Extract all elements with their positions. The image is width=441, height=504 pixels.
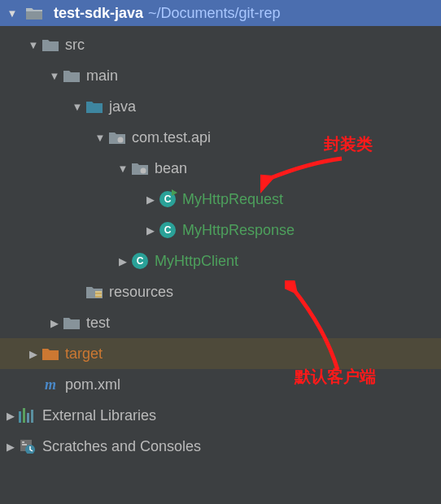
svg-rect-3 (95, 291, 102, 293)
tree-node-class-response[interactable]: C MyHttpResponse (0, 215, 441, 245)
tree-node-src[interactable]: src (0, 29, 441, 60)
node-label: test (86, 315, 110, 332)
svg-point-0 (118, 137, 124, 143)
folder-icon (62, 69, 81, 82)
expand-arrow-icon[interactable] (143, 193, 158, 206)
resources-folder-icon (85, 285, 104, 298)
node-label: MyHttpClient (155, 253, 238, 270)
package-icon (107, 131, 127, 144)
tree-node-package-api[interactable]: com.test.api (0, 122, 441, 153)
expand-arrow-icon[interactable] (26, 348, 41, 360)
tree-node-class-request[interactable]: C MyHttpRequest (0, 184, 441, 215)
tree-node-target[interactable]: target (0, 338, 441, 369)
source-folder-icon (85, 100, 104, 113)
libraries-icon (18, 408, 37, 423)
tree-node-test[interactable]: test (0, 307, 441, 338)
expand-arrow-icon[interactable] (3, 441, 18, 453)
node-label: resources (109, 284, 173, 301)
tree-node-class-client[interactable]: C MyHttpClient (0, 245, 441, 276)
expand-arrow-icon[interactable] (93, 132, 107, 144)
project-tree: src main java com.test.api bean C My (0, 26, 441, 465)
node-label: MyHttpResponse (182, 222, 295, 239)
project-name: test-sdk-java (54, 5, 143, 22)
expand-arrow-icon[interactable] (116, 255, 130, 267)
svg-rect-6 (22, 441, 24, 443)
maven-icon: m (41, 377, 60, 392)
package-icon (130, 162, 150, 175)
svg-rect-4 (95, 294, 102, 296)
excluded-folder-icon (41, 347, 60, 360)
tree-node-main[interactable]: main (0, 60, 441, 91)
class-icon: C (158, 191, 177, 207)
folder-icon (62, 316, 81, 329)
node-label: target (65, 345, 103, 363)
node-label: src (65, 37, 85, 54)
tree-node-java[interactable]: java (0, 91, 441, 122)
tree-node-pom[interactable]: m pom.xml (0, 369, 441, 400)
node-label: main (86, 67, 118, 85)
project-path: ~/Documents/git-rep (148, 5, 281, 22)
project-header[interactable]: test-sdk-java ~/Documents/git-rep (0, 0, 441, 26)
class-icon: C (130, 253, 150, 269)
svg-rect-7 (22, 444, 27, 445)
expand-arrow-icon[interactable] (5, 7, 20, 20)
tree-node-package-bean[interactable]: bean (0, 153, 441, 184)
node-label: MyHttpRequest (182, 191, 283, 208)
expand-arrow-icon[interactable] (3, 410, 18, 422)
tree-node-resources[interactable]: resources (0, 276, 441, 307)
node-label: java (109, 98, 136, 115)
node-label: External Libraries (42, 407, 156, 424)
expand-arrow-icon[interactable] (47, 70, 62, 82)
scratches-icon (18, 439, 37, 454)
tree-node-scratches[interactable]: Scratches and Consoles (0, 431, 441, 462)
folder-icon (41, 38, 60, 51)
class-icon: C (158, 222, 177, 238)
expand-arrow-icon[interactable] (70, 101, 85, 113)
expand-arrow-icon[interactable] (26, 39, 41, 51)
expand-arrow-icon[interactable] (116, 163, 130, 175)
node-label: com.test.api (132, 129, 211, 146)
project-folder-icon (24, 7, 44, 20)
node-label: pom.xml (65, 376, 120, 393)
node-label: bean (155, 160, 187, 177)
tree-node-external-libraries[interactable]: External Libraries (0, 400, 441, 431)
expand-arrow-icon[interactable] (47, 317, 62, 329)
expand-arrow-icon[interactable] (143, 224, 158, 237)
node-label: Scratches and Consoles (42, 438, 201, 455)
svg-point-1 (141, 168, 146, 174)
